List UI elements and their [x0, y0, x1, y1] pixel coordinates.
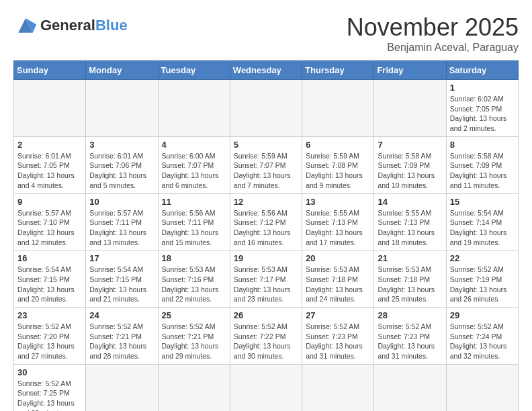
day-number: 21: [378, 253, 442, 263]
calendar-cell: 1Sunrise: 6:02 AM Sunset: 7:05 PM Daylig…: [446, 80, 518, 137]
day-info: Sunrise: 5:56 AM Sunset: 7:12 PM Dayligh…: [234, 208, 298, 248]
day-info: Sunrise: 5:52 AM Sunset: 7:21 PM Dayligh…: [89, 322, 154, 361]
day-number: 14: [378, 197, 442, 207]
day-number: 20: [306, 253, 370, 263]
calendar-cell: 30Sunrise: 5:52 AM Sunset: 7:25 PM Dayli…: [14, 364, 86, 411]
day-number: 11: [162, 197, 226, 207]
day-info: Sunrise: 5:52 AM Sunset: 7:20 PM Dayligh…: [17, 322, 82, 361]
calendar-week-row-4: 16Sunrise: 5:54 AM Sunset: 7:15 PM Dayli…: [14, 250, 519, 308]
calendar-week-row-6: 30Sunrise: 5:52 AM Sunset: 7:25 PM Dayli…: [14, 364, 519, 411]
calendar-cell: [158, 364, 230, 411]
day-info: Sunrise: 5:59 AM Sunset: 7:07 PM Dayligh…: [234, 151, 298, 191]
day-info: Sunrise: 6:01 AM Sunset: 7:06 PM Dayligh…: [89, 151, 154, 191]
day-info: Sunrise: 5:53 AM Sunset: 7:18 PM Dayligh…: [378, 265, 442, 304]
day-info: Sunrise: 5:53 AM Sunset: 7:17 PM Dayligh…: [234, 265, 298, 304]
calendar-week-row-5: 23Sunrise: 5:52 AM Sunset: 7:20 PM Dayli…: [14, 308, 519, 365]
calendar-cell: 19Sunrise: 5:53 AM Sunset: 7:17 PM Dayli…: [230, 250, 302, 308]
calendar-cell: 26Sunrise: 5:52 AM Sunset: 7:22 PM Dayli…: [230, 308, 302, 365]
day-number: 23: [17, 310, 82, 320]
calendar-cell: 6Sunrise: 5:59 AM Sunset: 7:08 PM Daylig…: [302, 136, 374, 193]
location-subtitle: Benjamin Aceval, Paraguay: [347, 42, 519, 54]
weekday-header-thursday: Thursday: [302, 61, 374, 80]
day-info: Sunrise: 5:52 AM Sunset: 7:23 PM Dayligh…: [378, 322, 442, 361]
calendar-cell: 21Sunrise: 5:53 AM Sunset: 7:18 PM Dayli…: [374, 250, 446, 308]
day-number: 17: [89, 253, 154, 263]
day-number: 3: [89, 140, 154, 150]
weekday-header-friday: Friday: [374, 61, 446, 80]
calendar-table: SundayMondayTuesdayWednesdayThursdayFrid…: [13, 60, 519, 411]
day-number: 12: [234, 197, 298, 207]
calendar-cell: [302, 80, 374, 137]
calendar-cell: 7Sunrise: 5:58 AM Sunset: 7:09 PM Daylig…: [374, 136, 446, 193]
calendar-cell: 3Sunrise: 6:01 AM Sunset: 7:06 PM Daylig…: [86, 136, 158, 193]
calendar-cell: [14, 80, 86, 137]
day-info: Sunrise: 5:54 AM Sunset: 7:14 PM Dayligh…: [450, 208, 515, 248]
day-info: Sunrise: 6:00 AM Sunset: 7:07 PM Dayligh…: [162, 151, 226, 191]
day-info: Sunrise: 6:01 AM Sunset: 7:05 PM Dayligh…: [17, 151, 82, 191]
day-number: 29: [450, 310, 515, 320]
calendar-cell: 28Sunrise: 5:52 AM Sunset: 7:23 PM Dayli…: [374, 308, 446, 365]
day-number: 9: [17, 197, 82, 207]
calendar-cell: 10Sunrise: 5:57 AM Sunset: 7:11 PM Dayli…: [86, 193, 158, 250]
day-info: Sunrise: 5:53 AM Sunset: 7:18 PM Dayligh…: [306, 265, 370, 304]
calendar-cell: [374, 80, 446, 137]
weekday-header-row: SundayMondayTuesdayWednesdayThursdayFrid…: [14, 61, 519, 80]
logo-general: General: [40, 17, 95, 34]
calendar-cell: [302, 364, 374, 411]
day-number: 6: [306, 140, 370, 150]
day-info: Sunrise: 5:53 AM Sunset: 7:16 PM Dayligh…: [162, 265, 226, 304]
day-number: 2: [17, 140, 82, 150]
day-number: 4: [162, 140, 226, 150]
day-number: 19: [234, 253, 298, 263]
calendar-cell: 17Sunrise: 5:54 AM Sunset: 7:15 PM Dayli…: [86, 250, 158, 308]
calendar-cell: [158, 80, 230, 137]
day-number: 27: [306, 310, 370, 320]
day-info: Sunrise: 5:54 AM Sunset: 7:15 PM Dayligh…: [89, 265, 154, 304]
calendar-week-row-2: 2Sunrise: 6:01 AM Sunset: 7:05 PM Daylig…: [14, 136, 519, 193]
day-info: Sunrise: 5:55 AM Sunset: 7:13 PM Dayligh…: [378, 208, 442, 248]
weekday-header-sunday: Sunday: [14, 61, 86, 80]
day-info: Sunrise: 5:52 AM Sunset: 7:23 PM Dayligh…: [306, 322, 370, 361]
calendar-cell: 9Sunrise: 5:57 AM Sunset: 7:10 PM Daylig…: [14, 193, 86, 250]
calendar-cell: 11Sunrise: 5:56 AM Sunset: 7:11 PM Dayli…: [158, 193, 230, 250]
day-info: Sunrise: 5:55 AM Sunset: 7:13 PM Dayligh…: [306, 208, 370, 248]
day-number: 26: [234, 310, 298, 320]
day-info: Sunrise: 5:58 AM Sunset: 7:09 PM Dayligh…: [450, 151, 515, 191]
weekday-header-tuesday: Tuesday: [158, 61, 230, 80]
day-info: Sunrise: 5:52 AM Sunset: 7:25 PM Dayligh…: [17, 379, 82, 411]
logo-blue: Blue: [95, 17, 128, 34]
calendar-cell: 22Sunrise: 5:52 AM Sunset: 7:19 PM Dayli…: [446, 250, 518, 308]
day-number: 24: [89, 310, 154, 320]
calendar-cell: [230, 364, 302, 411]
calendar-week-row-3: 9Sunrise: 5:57 AM Sunset: 7:10 PM Daylig…: [14, 193, 519, 250]
calendar-cell: [374, 364, 446, 411]
day-info: Sunrise: 5:54 AM Sunset: 7:15 PM Dayligh…: [17, 265, 82, 304]
calendar-cell: [446, 364, 518, 411]
calendar-cell: 20Sunrise: 5:53 AM Sunset: 7:18 PM Dayli…: [302, 250, 374, 308]
calendar-cell: 5Sunrise: 5:59 AM Sunset: 7:07 PM Daylig…: [230, 136, 302, 193]
calendar-cell: [86, 364, 158, 411]
calendar-cell: 2Sunrise: 6:01 AM Sunset: 7:05 PM Daylig…: [14, 136, 86, 193]
day-number: 28: [378, 310, 442, 320]
day-number: 15: [450, 197, 515, 207]
day-number: 10: [89, 197, 154, 207]
title-area: November 2025 Benjamin Aceval, Paraguay: [347, 13, 519, 54]
day-number: 8: [450, 140, 515, 150]
calendar-cell: [230, 80, 302, 137]
day-number: 13: [306, 197, 370, 207]
weekday-header-saturday: Saturday: [446, 61, 518, 80]
weekday-header-wednesday: Wednesday: [230, 61, 302, 80]
day-info: Sunrise: 6:02 AM Sunset: 7:05 PM Dayligh…: [450, 94, 515, 134]
calendar-cell: 15Sunrise: 5:54 AM Sunset: 7:14 PM Dayli…: [446, 193, 518, 250]
day-info: Sunrise: 5:57 AM Sunset: 7:10 PM Dayligh…: [17, 208, 82, 248]
header: GeneralBlue November 2025 Benjamin Aceva…: [13, 13, 519, 54]
calendar-cell: 16Sunrise: 5:54 AM Sunset: 7:15 PM Dayli…: [14, 250, 86, 308]
calendar-cell: 25Sunrise: 5:52 AM Sunset: 7:21 PM Dayli…: [158, 308, 230, 365]
day-info: Sunrise: 5:57 AM Sunset: 7:11 PM Dayligh…: [89, 208, 154, 248]
day-number: 1: [450, 83, 515, 93]
calendar-cell: 8Sunrise: 5:58 AM Sunset: 7:09 PM Daylig…: [446, 136, 518, 193]
day-number: 16: [17, 253, 82, 263]
calendar-cell: 27Sunrise: 5:52 AM Sunset: 7:23 PM Dayli…: [302, 308, 374, 365]
calendar-cell: 23Sunrise: 5:52 AM Sunset: 7:20 PM Dayli…: [14, 308, 86, 365]
logo-wordmark: GeneralBlue: [40, 17, 128, 34]
